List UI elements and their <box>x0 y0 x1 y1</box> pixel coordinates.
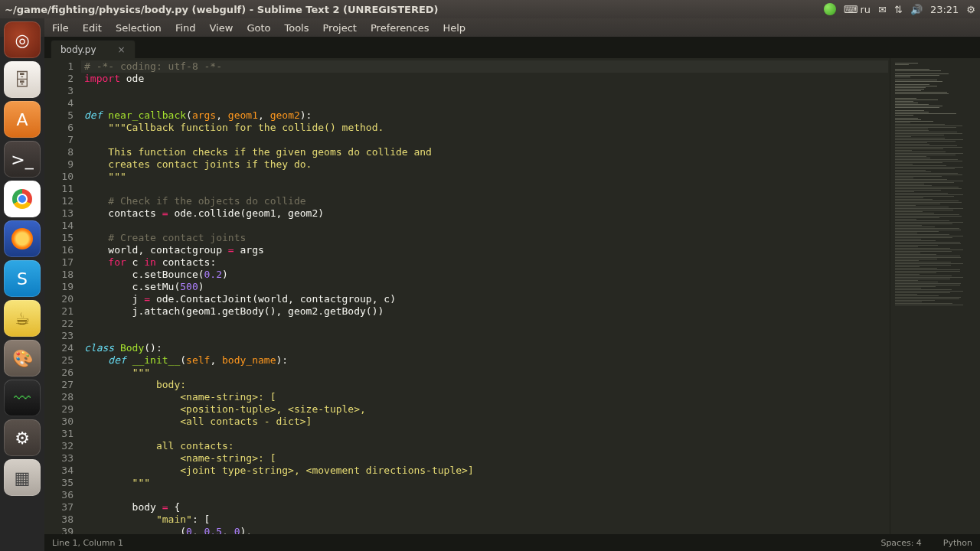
minimap[interactable] <box>890 58 980 534</box>
status-bar: Line 1, Column 1 Spaces: 4 Python <box>44 534 980 551</box>
launcher-settings[interactable]: ⚙ <box>4 419 41 456</box>
window-titlebar: ~/game/fighting/physics/body.py (webgulf… <box>0 0 980 18</box>
menu-item-edit[interactable]: Edit <box>77 20 108 36</box>
tab-label: body.py <box>60 44 96 55</box>
menu-item-tools[interactable]: Tools <box>278 20 315 36</box>
power-icon[interactable]: ⚙ <box>966 4 975 15</box>
launcher-gimp[interactable]: 🎨 <box>4 340 41 377</box>
menu-item-find[interactable]: Find <box>169 20 202 36</box>
mail-icon[interactable]: ✉ <box>878 4 887 15</box>
launcher-lamp[interactable]: ☕ <box>4 300 41 337</box>
window-title: ~/game/fighting/physics/body.py (webgulf… <box>5 4 439 15</box>
launcher-firefox[interactable] <box>4 220 41 257</box>
status-syntax[interactable]: Python <box>943 538 972 548</box>
app-menubar: FileEditSelectionFindViewGotoToolsProjec… <box>0 18 980 37</box>
volume-icon[interactable]: 🔊 <box>910 4 923 15</box>
menu-item-selection[interactable]: Selection <box>109 20 168 36</box>
launcher-calc[interactable]: ▦ <box>4 459 41 496</box>
network-icon[interactable]: ⇅ <box>894 4 903 15</box>
code-area[interactable]: 1234567891011121314151617181920212223242… <box>44 58 980 534</box>
sync-ok-icon[interactable] <box>824 3 836 15</box>
launcher-software[interactable]: A <box>4 101 41 138</box>
launcher-dash[interactable]: ◎ <box>4 21 41 58</box>
clock[interactable]: 23:21 <box>930 4 959 15</box>
code-content[interactable]: # -*- coding: utf-8 -*-import ode def ne… <box>81 58 890 534</box>
menu-item-file[interactable]: File <box>46 20 75 36</box>
launcher-skype[interactable]: S <box>4 260 41 297</box>
unity-launcher: ◎🗄A>_S☕🎨〰⚙▦ <box>0 18 44 551</box>
menu-item-help[interactable]: Help <box>436 20 472 36</box>
menu-item-goto[interactable]: Goto <box>240 20 276 36</box>
status-position[interactable]: Line 1, Column 1 <box>52 538 123 548</box>
launcher-monitor[interactable]: 〰 <box>4 380 41 416</box>
launcher-chrome[interactable] <box>4 181 41 217</box>
launcher-terminal[interactable]: >_ <box>4 141 41 178</box>
menu-item-view[interactable]: View <box>204 20 240 36</box>
launcher-files[interactable]: 🗄 <box>4 61 41 98</box>
menu-item-preferences[interactable]: Preferences <box>364 20 435 36</box>
status-indent[interactable]: Spaces: 4 <box>880 538 921 548</box>
tab-body-py[interactable]: body.py × <box>51 40 136 58</box>
menu-item-project[interactable]: Project <box>316 20 362 36</box>
editor-window: body.py × 123456789101112131415161718192… <box>44 37 980 551</box>
line-number-gutter: 1234567891011121314151617181920212223242… <box>44 58 81 534</box>
tab-bar: body.py × <box>44 37 980 58</box>
tab-close-icon[interactable]: × <box>118 44 126 55</box>
keyboard-layout[interactable]: ⌨ ru <box>844 4 871 15</box>
